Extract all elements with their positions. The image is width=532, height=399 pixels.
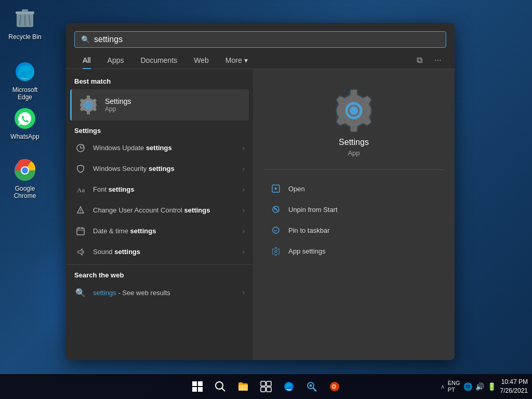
web-result-item[interactable]: 🔍 settings - See web results › xyxy=(66,282,253,303)
svg-rect-28 xyxy=(192,381,197,386)
search-input-wrap[interactable]: 🔍 xyxy=(74,31,446,48)
windows-security-chevron: › xyxy=(243,165,245,172)
best-match-item[interactable]: Settings App xyxy=(70,89,249,121)
action-unpin-start[interactable]: Unpin from Start xyxy=(263,199,444,220)
unpin-start-label: Unpin from Start xyxy=(288,206,338,214)
tray-lang: ENGPT xyxy=(448,380,460,393)
tab-more[interactable]: More ▾ xyxy=(217,52,256,69)
svg-point-16 xyxy=(80,211,81,212)
edge-label: Microsoft Edge xyxy=(6,86,44,101)
recycle-bin-icon xyxy=(12,6,37,31)
filter-tabs-right: ⧉ ··· xyxy=(411,52,446,69)
desktop-icon-whatsapp[interactable]: WhatsApp xyxy=(4,104,46,142)
windows-update-chevron: › xyxy=(243,144,245,152)
result-item-windows-update[interactable]: Windows Update settings › xyxy=(66,138,253,158)
desktop-icon-edge[interactable]: Microsoft Edge xyxy=(4,57,46,103)
tab-all[interactable]: All xyxy=(74,52,99,69)
tray-arrow[interactable]: ∧ xyxy=(441,383,445,390)
unpin-start-icon xyxy=(270,203,282,216)
font-text: Font settings xyxy=(93,185,236,194)
taskbar-office[interactable]: O xyxy=(324,376,345,397)
svg-rect-36 xyxy=(267,381,271,386)
result-item-datetime[interactable]: Date & time settings › xyxy=(66,221,253,242)
datetime-chevron: › xyxy=(243,228,245,235)
svg-rect-34 xyxy=(238,385,248,391)
desktop: Recycle Bin Microsoft Edge xyxy=(0,0,532,399)
svg-rect-30 xyxy=(192,387,197,392)
svg-rect-2 xyxy=(22,9,28,12)
windows-security-text: Windows Security settings xyxy=(93,164,236,174)
search-input[interactable] xyxy=(94,35,440,44)
desktop-icon-chrome[interactable]: Google Chrome xyxy=(4,156,46,202)
chrome-icon xyxy=(12,158,37,183)
web-search-header: Search the web xyxy=(66,264,253,282)
taskbar-task-view[interactable] xyxy=(256,376,276,397)
chrome-label: Google Chrome xyxy=(6,185,44,200)
best-match-header: Best match xyxy=(66,75,253,89)
svg-point-27 xyxy=(275,250,277,252)
svg-rect-38 xyxy=(267,387,271,392)
datetime-text: Date & time settings xyxy=(93,227,236,236)
tab-apps[interactable]: Apps xyxy=(99,52,132,69)
search-overlay: 🔍 All Apps Documents Web More ▾ ⧉ ··· Be… xyxy=(66,23,455,360)
filter-tabs: All Apps Documents Web More ▾ ⧉ ··· xyxy=(66,48,455,69)
open-icon xyxy=(270,182,282,195)
taskbar-right: ∧ ENGPT 🌐 🔊 🔋 10:47 PM 7/26/2021 xyxy=(441,378,528,395)
result-item-windows-security[interactable]: Windows Security settings › xyxy=(66,158,253,179)
left-panel: Best match Settings App S xyxy=(66,69,253,360)
result-item-uac[interactable]: Change User Account Control settings › xyxy=(66,200,253,221)
tray-battery[interactable]: 🔋 xyxy=(487,382,496,391)
right-panel: Settings App Open xyxy=(253,69,455,360)
taskbar-edge[interactable] xyxy=(278,376,299,397)
recycle-bin-label: Recycle Bin xyxy=(8,33,41,41)
svg-rect-37 xyxy=(261,387,265,392)
taskbar-search-button[interactable] xyxy=(210,376,231,397)
tray-network[interactable]: 🌐 xyxy=(463,382,472,391)
search-content: Best match Settings App S xyxy=(66,69,455,360)
action-app-settings[interactable]: App settings xyxy=(263,241,444,261)
svg-line-33 xyxy=(222,388,225,391)
taskbar-center: O xyxy=(187,376,345,397)
app-big-type: App xyxy=(348,149,360,157)
action-pin-taskbar[interactable]: Pin to taskbar xyxy=(263,220,444,241)
desktop-icon-recycle-bin[interactable]: Recycle Bin xyxy=(4,4,46,43)
pin-taskbar-label: Pin to taskbar xyxy=(288,227,330,234)
sound-text: Sound settings xyxy=(93,247,236,257)
result-item-sound[interactable]: Sound settings › xyxy=(66,242,253,262)
best-match-type: App xyxy=(105,105,131,113)
taskbar-datetime[interactable]: 10:47 PM 7/26/2021 xyxy=(500,378,528,395)
svg-rect-17 xyxy=(77,228,84,235)
font-chevron: › xyxy=(243,186,245,193)
taskbar-time-text: 10:47 PM xyxy=(501,378,528,385)
svg-text:O: O xyxy=(332,384,336,390)
pin-taskbar-icon xyxy=(270,224,282,236)
taskbar-security[interactable] xyxy=(301,376,322,397)
search-box-container: 🔍 xyxy=(66,23,455,48)
start-button[interactable] xyxy=(187,376,208,397)
svg-rect-35 xyxy=(261,381,265,386)
best-match-name: Settings xyxy=(105,97,131,105)
svg-point-32 xyxy=(216,382,223,389)
app-big-name: Settings xyxy=(339,138,369,147)
uac-text: Change User Account Control settings xyxy=(93,206,236,215)
tab-icon-copy[interactable]: ⧉ xyxy=(411,52,428,69)
svg-point-22 xyxy=(350,107,358,115)
action-open[interactable]: Open xyxy=(263,178,444,199)
result-item-font[interactable]: Aa Font settings › xyxy=(66,179,253,200)
font-icon: Aa xyxy=(74,183,87,196)
tab-web[interactable]: Web xyxy=(185,52,217,69)
best-match-info: Settings App xyxy=(105,97,131,113)
right-panel-divider xyxy=(263,169,444,170)
taskbar-file-explorer[interactable] xyxy=(233,376,254,397)
web-result-chevron: › xyxy=(243,289,245,296)
whatsapp-label: WhatsApp xyxy=(10,133,39,140)
edge-icon xyxy=(12,59,37,84)
tray-volume[interactable]: 🔊 xyxy=(475,382,484,391)
settings-section-header: Settings xyxy=(66,121,253,138)
tab-icon-more[interactable]: ··· xyxy=(430,52,446,69)
system-tray: ∧ ENGPT 🌐 🔊 🔋 xyxy=(441,380,496,393)
open-label: Open xyxy=(288,185,305,193)
taskbar-date-text: 7/26/2021 xyxy=(500,387,528,394)
web-result-text: settings - See web results xyxy=(93,289,236,297)
tab-documents[interactable]: Documents xyxy=(132,52,185,69)
